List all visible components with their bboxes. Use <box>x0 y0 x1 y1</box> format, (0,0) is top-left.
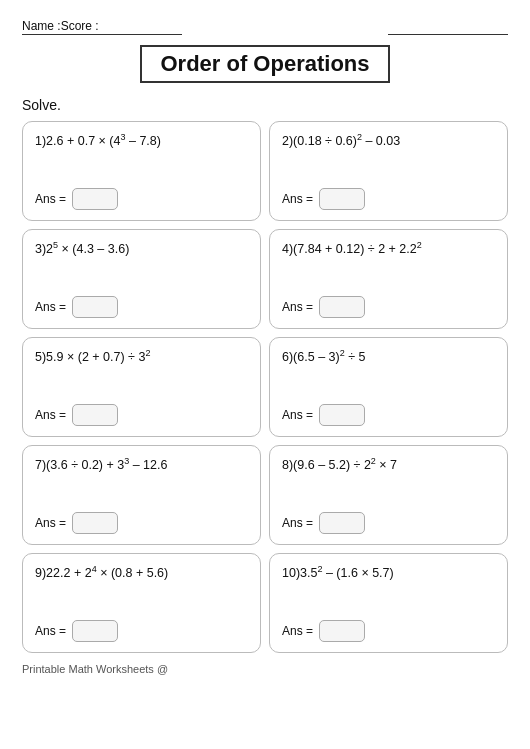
ans-row-3: Ans = <box>35 296 248 318</box>
ans-row-9: Ans = <box>35 620 248 642</box>
page-title: Order of Operations <box>140 45 389 83</box>
problem-cell-10: 10)3.52 – (1.6 × 5.7)Ans = <box>269 553 508 653</box>
problem-text-10: 10)3.52 – (1.6 × 5.7) <box>282 564 495 583</box>
ans-label-2: Ans = <box>282 192 313 206</box>
ans-label-10: Ans = <box>282 624 313 638</box>
ans-box-5[interactable] <box>72 404 118 426</box>
problem-text-6: 6)(6.5 – 3)2 ÷ 5 <box>282 348 495 367</box>
problem-text-8: 8)(9.6 – 5.2) ÷ 22 × 7 <box>282 456 495 475</box>
problem-text-7: 7)(3.6 ÷ 0.2) + 33 – 12.6 <box>35 456 248 475</box>
ans-box-6[interactable] <box>319 404 365 426</box>
ans-box-2[interactable] <box>319 188 365 210</box>
ans-row-8: Ans = <box>282 512 495 534</box>
ans-label-3: Ans = <box>35 300 66 314</box>
ans-label-1: Ans = <box>35 192 66 206</box>
problem-cell-9: 9)22.2 + 24 × (0.8 + 5.6)Ans = <box>22 553 261 653</box>
ans-label-5: Ans = <box>35 408 66 422</box>
problem-cell-7: 7)(3.6 ÷ 0.2) + 33 – 12.6Ans = <box>22 445 261 545</box>
problem-text-2: 2)(0.18 ÷ 0.6)2 – 0.03 <box>282 132 495 151</box>
ans-row-4: Ans = <box>282 296 495 318</box>
problem-cell-6: 6)(6.5 – 3)2 ÷ 5Ans = <box>269 337 508 437</box>
ans-row-10: Ans = <box>282 620 495 642</box>
ans-label-4: Ans = <box>282 300 313 314</box>
problem-text-4: 4)(7.84 + 0.12) ÷ 2 + 2.22 <box>282 240 495 259</box>
problem-cell-8: 8)(9.6 – 5.2) ÷ 22 × 7Ans = <box>269 445 508 545</box>
name-score-label: Name :Score : <box>22 19 182 35</box>
ans-row-2: Ans = <box>282 188 495 210</box>
ans-box-7[interactable] <box>72 512 118 534</box>
ans-row-6: Ans = <box>282 404 495 426</box>
problem-cell-5: 5)5.9 × (2 + 0.7) ÷ 32Ans = <box>22 337 261 437</box>
ans-box-4[interactable] <box>319 296 365 318</box>
problem-cell-4: 4)(7.84 + 0.12) ÷ 2 + 2.22Ans = <box>269 229 508 329</box>
ans-label-8: Ans = <box>282 516 313 530</box>
ans-box-10[interactable] <box>319 620 365 642</box>
problem-text-5: 5)5.9 × (2 + 0.7) ÷ 32 <box>35 348 248 367</box>
problem-text-9: 9)22.2 + 24 × (0.8 + 5.6) <box>35 564 248 583</box>
problem-cell-2: 2)(0.18 ÷ 0.6)2 – 0.03Ans = <box>269 121 508 221</box>
problem-text-1: 1)2.6 + 0.7 × (43 – 7.8) <box>35 132 248 151</box>
ans-row-7: Ans = <box>35 512 248 534</box>
date-line <box>388 18 508 35</box>
ans-box-9[interactable] <box>72 620 118 642</box>
ans-box-1[interactable] <box>72 188 118 210</box>
footer-label: Printable Math Worksheets @ <box>22 663 508 675</box>
header-row: Name :Score : <box>22 18 508 35</box>
title-box: Order of Operations <box>22 45 508 83</box>
ans-label-9: Ans = <box>35 624 66 638</box>
ans-label-6: Ans = <box>282 408 313 422</box>
problem-cell-3: 3)25 × (4.3 – 3.6)Ans = <box>22 229 261 329</box>
ans-box-8[interactable] <box>319 512 365 534</box>
ans-box-3[interactable] <box>72 296 118 318</box>
ans-row-5: Ans = <box>35 404 248 426</box>
ans-row-1: Ans = <box>35 188 248 210</box>
problems-grid: 1)2.6 + 0.7 × (43 – 7.8)Ans =2)(0.18 ÷ 0… <box>22 121 508 653</box>
solve-label: Solve. <box>22 97 508 113</box>
ans-label-7: Ans = <box>35 516 66 530</box>
problem-cell-1: 1)2.6 + 0.7 × (43 – 7.8)Ans = <box>22 121 261 221</box>
problem-text-3: 3)25 × (4.3 – 3.6) <box>35 240 248 259</box>
